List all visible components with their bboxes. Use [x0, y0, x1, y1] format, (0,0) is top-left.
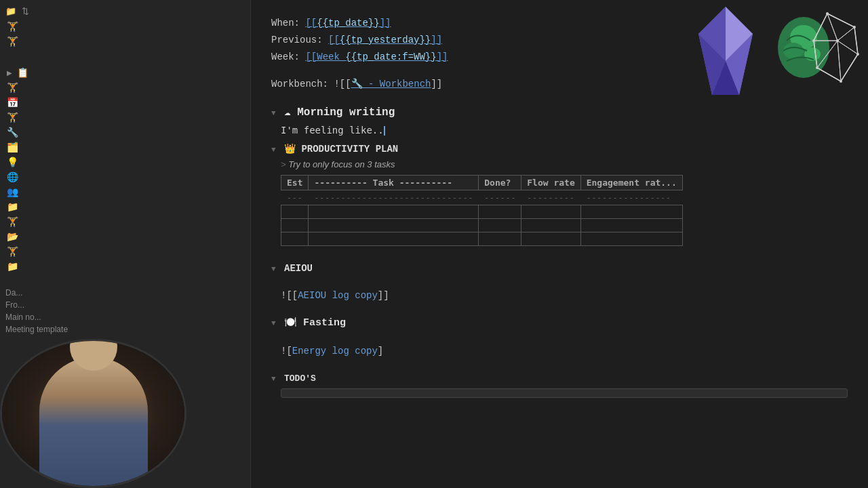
workbench-icon: 🔧: [7, 127, 18, 138]
systematic-mastery-icon: 🏋️: [7, 112, 18, 123]
sidebar-bottom-main-notes[interactable]: Main no...: [0, 311, 250, 323]
collapse-todos-arrow[interactable]: ▼: [271, 375, 276, 383]
workbench-line: Workbench: ![[🔧 - Workbench]]: [271, 77, 848, 92]
main-content: When: [[{{tp_date}}]] Previous: [[{{tp_y…: [251, 0, 868, 488]
right-overlay: [597, 0, 868, 203]
todos-code-block: [281, 388, 848, 398]
sidebar-item-inbox[interactable]: ▶ 📋: [0, 65, 250, 80]
when-line: When: [[{{tp_date}}]]: [271, 16, 848, 30]
resources-icon: 💡: [7, 157, 18, 167]
table-header-engagement: Engagement rat...: [580, 176, 682, 190]
table-header-task: ---------- Task ----------: [309, 176, 479, 190]
todos-heading: ▼ TODO'S: [271, 371, 848, 386]
sidebar-item-projects[interactable]: 🗂️: [0, 140, 250, 155]
inbox-icon: 📋: [17, 67, 28, 78]
sidebar: 📁 ⇅ 🏋️ 🏋️ ▶ 📋 🏋️ 📅 🏋️ 🔧: [0, 0, 251, 488]
week-link[interactable]: [[Week {{tp_date:f=WW}}]]: [305, 52, 448, 62]
sidebar-item-financial-freedom[interactable]: 🏋️: [0, 80, 250, 95]
planning-icon: 📅: [7, 97, 18, 108]
collapse-productivity-arrow[interactable]: ▼: [271, 146, 276, 154]
reading-icon: 🏋️: [7, 216, 18, 227]
svg-point-21: [816, 66, 818, 69]
sidebar-bottom-da[interactable]: Da...: [0, 287, 250, 299]
table-row: [281, 219, 683, 232]
runboci-icon: 📂: [7, 231, 18, 242]
sidebar-item-misc[interactable]: 📁: [0, 259, 250, 274]
table-sep-row: ----------------------------------------…: [281, 190, 683, 205]
sidebar-item-resources[interactable]: 💡: [0, 155, 250, 169]
productivity-plan-heading: ▼ 👑 PRODUCTIVITY PLAN: [271, 142, 848, 157]
wiki-icon: 🌐: [7, 171, 18, 182]
aeiou-log-link[interactable]: AEIOU log copy: [298, 290, 378, 301]
table-row: [281, 205, 683, 219]
misc-icon: 📁: [7, 261, 18, 272]
person-head: [70, 341, 117, 371]
aeiou-heading: ▼ AEIOU: [271, 262, 848, 276]
sidebar-item-training-records[interactable]: 🏋️: [0, 19, 250, 34]
training-records-icon: 🏋️: [7, 21, 18, 32]
sidebar-item-reading[interactable]: 🏋️: [0, 214, 250, 229]
training-inspiration-icon: 🏋️: [7, 36, 18, 47]
fasting-label: 🍽️ Fasting: [284, 317, 346, 329]
fasting-link-line: ![Energy log copy]: [271, 344, 848, 359]
morning-writing-label: ☁️ Morning writing: [284, 106, 395, 119]
text-cursor: [384, 126, 385, 136]
table-header-done: Done?: [479, 176, 521, 190]
tp-yesterday-link[interactable]: [[{{tp_yesterday}}]]: [328, 35, 442, 45]
table-row: [281, 232, 683, 246]
collapse-fasting-arrow[interactable]: ▼: [271, 319, 276, 327]
sidebar-item-runboci[interactable]: 📂: [0, 229, 250, 244]
people-icon: 👥: [7, 186, 18, 197]
table-header-row: Est ---------- Task ---------- Done? Flo…: [281, 176, 683, 190]
morning-writing-text[interactable]: I'm feeling like..: [281, 125, 848, 136]
webcam-overlay: [0, 339, 186, 488]
folder-icon: 📁: [5, 6, 16, 16]
sidebar-item-people[interactable]: 👥: [0, 184, 250, 199]
table-header-est: Est: [281, 176, 309, 190]
tp-date-link[interactable]: [[{{tp_date}}]]: [305, 18, 391, 28]
fasting-heading: ▼ 🍽️ Fasting: [271, 316, 848, 331]
aeiou-label: AEIOU: [284, 263, 313, 274]
workbench-link[interactable]: 🔧 - Workbench: [351, 79, 431, 89]
person-silhouette: [39, 357, 148, 486]
sidebar-toolbar: 📁 ⇅: [0, 3, 250, 19]
week-line: Week: [[Week {{tp_date:f=WW}}]]: [271, 50, 848, 64]
morning-writing-heading: ▼ ☁️ Morning writing: [271, 104, 848, 121]
table-header-flow: Flow rate: [521, 176, 580, 190]
sidebar-item-log[interactable]: 🏋️: [0, 244, 250, 259]
log-icon: 🏋️: [7, 246, 18, 257]
aeiou-link-line: ![[AEIOU log copy]]: [271, 289, 848, 303]
svg-point-19: [856, 53, 859, 56]
collapse-aeiou-arrow[interactable]: ▼: [271, 265, 276, 273]
sidebar-item-systematic-mastery[interactable]: 🏋️: [0, 110, 250, 125]
svg-point-18: [853, 26, 856, 28]
energy-log-link[interactable]: Energy log copy: [292, 346, 378, 357]
svg-point-17: [826, 12, 829, 15]
sidebar-item-workbench[interactable]: 🔧: [0, 125, 250, 140]
financial-icon: 🏋️: [7, 82, 18, 93]
previous-line: Previous: [[{{tp_yesterday}}]]: [271, 33, 848, 47]
sidebar-item-training-inspiration[interactable]: 🏋️: [0, 34, 250, 49]
sidebar-item-planning[interactable]: 📅: [0, 95, 250, 110]
productivity-table: Est ---------- Task ---------- Done? Flo…: [281, 175, 683, 246]
collapse-morning-arrow[interactable]: ▼: [271, 109, 276, 117]
projects-icon: 🗂️: [7, 142, 18, 152]
webcam-face: [2, 341, 184, 486]
productivity-label: 👑 PRODUCTIVITY PLAN: [284, 144, 398, 155]
sidebar-bottom-from[interactable]: Fro...: [0, 299, 250, 311]
productivity-note: Try to only focus on 3 tasks: [281, 159, 848, 169]
sidebar-item-files[interactable]: 📁: [0, 199, 250, 214]
todos-label: TODO'S: [284, 373, 316, 384]
sort-icon: ⇅: [22, 6, 29, 16]
sidebar-item-wiki[interactable]: 🌐: [0, 169, 250, 184]
files-icon: 📁: [7, 201, 18, 212]
sidebar-bottom-items: Da... Fro... Main no... Meeting template: [0, 287, 250, 336]
sidebar-bottom-meeting[interactable]: Meeting template: [0, 323, 250, 336]
chevron-icon: ▶: [7, 69, 12, 77]
